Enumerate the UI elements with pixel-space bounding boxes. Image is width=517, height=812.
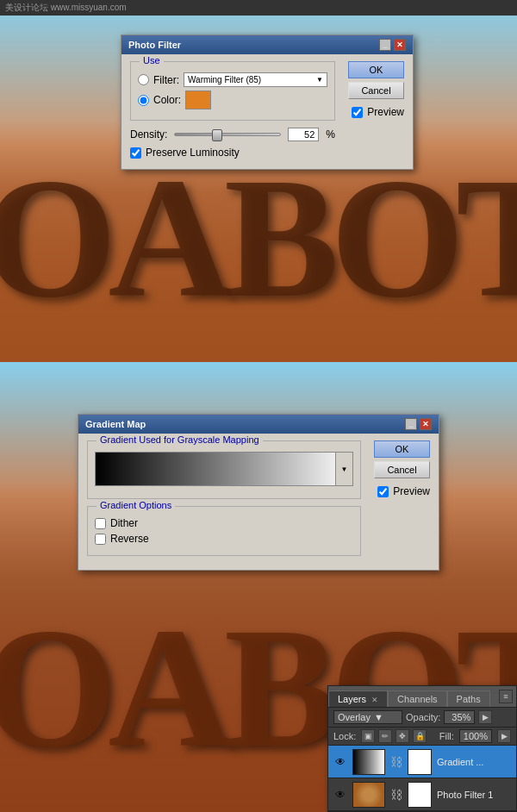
lock-paint-btn[interactable]: ✏ [378,729,392,743]
fill-arrow-btn[interactable]: ▶ [497,729,511,743]
reverse-row: Reverse [95,533,353,545]
layer-name-filter: Photo Filter 1 [437,790,511,800]
gradient-map-ok-button[interactable]: OK [374,440,430,458]
gradient-map-body: Gradient Used for Grayscale Mapping ▼ Gr… [78,434,439,570]
gradient-used-group: Gradient Used for Grayscale Mapping ▼ [87,440,361,499]
density-label: Density: [130,128,167,141]
layers-panel: Layers ✕ Channels Paths ≡ Overlay ▼ Opac… [327,685,517,812]
tab-paths[interactable]: Paths [447,690,490,707]
gradient-used-title: Gradient Used for Grayscale Mapping [97,434,263,445]
gradient-map-main: Gradient Used for Grayscale Mapping ▼ Gr… [87,440,430,563]
photo-filter-title: Photo Filter [128,40,181,50]
reverse-checkbox[interactable] [95,534,106,545]
filter-radio[interactable] [138,74,149,85]
photo-filter-preview-checkbox[interactable] [352,107,363,118]
dither-label: Dither [110,517,138,529]
density-row: Density: 52 % [130,128,335,141]
titlebar-controls-gradient: _ ✕ [405,418,432,430]
filter-dropdown[interactable]: Warming Filter (85) ▼ [184,72,327,87]
gradient-map-buttons: OK Cancel Preview [370,440,430,563]
preserve-luminosity-row: Preserve Luminosity [130,147,335,159]
gradient-map-titlebar: Gradient Map _ ✕ [78,415,439,434]
gradient-map-left: Gradient Used for Grayscale Mapping ▼ Gr… [87,440,361,563]
opacity-label: Opacity: [406,712,440,722]
lock-label: Lock: [333,731,356,741]
top-watermark-bar: 美设计论坛 www.missyuan.com [0,0,517,16]
close-button-gradient[interactable]: ✕ [420,418,432,430]
layers-tabs-bar: Layers ✕ Channels Paths ≡ [328,686,516,708]
opacity-arrow-btn[interactable]: ▶ [478,710,492,724]
gradient-map-preview-checkbox[interactable] [377,486,389,497]
lock-icons: ▣ ✏ ✥ 🔒 [361,729,427,743]
gradient-bar-dropdown[interactable]: ▼ [335,453,352,485]
titlebar-controls-top: _ ✕ [379,39,406,51]
layer-mask-filter [408,782,432,808]
gradient-bar[interactable]: ▼ [95,452,353,486]
fill-label: Fill: [439,731,454,741]
dither-checkbox[interactable] [95,518,106,529]
panel-options-icon[interactable]: ≡ [499,690,513,703]
opacity-value[interactable]: 35% [444,710,475,724]
density-value[interactable]: 52 [288,128,319,141]
filter-radio-label: Filter: [153,74,179,86]
photo-filter-cancel-button[interactable]: Cancel [348,82,404,99]
gradient-options-title: Gradient Options [97,500,175,510]
reverse-label: Reverse [110,533,149,545]
gradient-map-dialog: Gradient Map _ ✕ Gradient Used for Grays… [78,414,439,571]
layer-chain-gradient: ⛓ [390,755,402,769]
layer-row-gradient[interactable]: 👁 ⛓ Gradient ... [328,746,516,778]
tab-layers[interactable]: Layers ✕ [328,690,388,707]
photo-filter-body: Use Filter: Warming Filter (85) ▼ Color: [121,54,413,169]
close-button-top[interactable]: ✕ [394,39,406,51]
photo-filter-preview-label: Preview [367,106,404,118]
layer-thumb-filter-fill [353,783,384,807]
filter-dropdown-arrow: ▼ [316,76,323,84]
minimize-button-gradient[interactable]: _ [405,418,417,430]
minimize-button-top[interactable]: _ [379,39,391,51]
tab-channels-label: Channels [397,694,437,704]
photo-filter-preview-row: Preview [352,106,404,118]
blend-mode-arrow: ▼ [374,712,383,722]
color-radio-label: Color: [153,94,181,106]
photo-filter-titlebar: Photo Filter _ ✕ [121,35,413,54]
blend-opacity-row: Overlay ▼ Opacity: 35% ▶ [328,708,516,728]
preserve-luminosity-label: Preserve Luminosity [146,147,240,159]
layer-thumb-gradient [352,749,385,775]
color-radio-row: Color: [138,91,327,109]
blend-mode-dropdown[interactable]: Overlay ▼ [333,710,402,724]
preserve-luminosity-checkbox[interactable] [130,147,141,159]
layer-visibility-filter[interactable]: 👁 [333,788,347,802]
tab-layers-close[interactable]: ✕ [371,696,378,704]
density-slider[interactable] [174,133,281,136]
photo-filter-buttons: OK Cancel Preview [344,61,404,162]
gradient-map-preview-label: Preview [393,485,430,497]
use-group: Use Filter: Warming Filter (85) ▼ Color: [130,61,335,121]
color-radio[interactable] [138,95,149,106]
layer-row-filter[interactable]: 👁 ⛓ Photo Filter 1 [328,778,516,811]
layer-thumb-filter [352,782,385,808]
use-group-title: Use [140,55,164,66]
layer-name-gradient: Gradient ... [437,757,511,767]
lock-move-btn[interactable]: ✥ [396,729,409,743]
layers-tabs: Layers ✕ Channels Paths [328,690,490,707]
gradient-map-preview-row: Preview [377,485,430,497]
tab-channels[interactable]: Channels [388,690,446,707]
filter-dropdown-value: Warming Filter (85) [188,75,261,84]
photo-filter-dialog: Photo Filter _ ✕ Use Filter: Warming Fil… [121,34,414,170]
lock-fill-row: Lock: ▣ ✏ ✥ 🔒 Fill: 100% ▶ [328,728,516,746]
photo-filter-ok-button[interactable]: OK [348,61,404,78]
layers-panel-menu-btn[interactable]: ≡ [499,690,513,703]
layer-chain-filter: ⛓ [390,788,402,802]
tab-paths-label: Paths [457,694,481,704]
color-swatch[interactable] [185,91,211,109]
filter-radio-row: Filter: Warming Filter (85) ▼ [138,72,327,87]
density-slider-thumb[interactable] [212,129,222,141]
layer-thumb-gradient-fill [353,750,384,774]
layer-visibility-gradient[interactable]: 👁 [333,755,347,769]
tab-layers-label: Layers [338,694,366,704]
gradient-map-cancel-button[interactable]: Cancel [374,461,430,478]
lock-transparent-btn[interactable]: ▣ [361,729,375,743]
fill-value[interactable]: 100% [459,729,492,743]
lock-all-btn[interactable]: 🔒 [413,729,427,743]
photo-filter-left: Use Filter: Warming Filter (85) ▼ Color: [130,61,335,162]
